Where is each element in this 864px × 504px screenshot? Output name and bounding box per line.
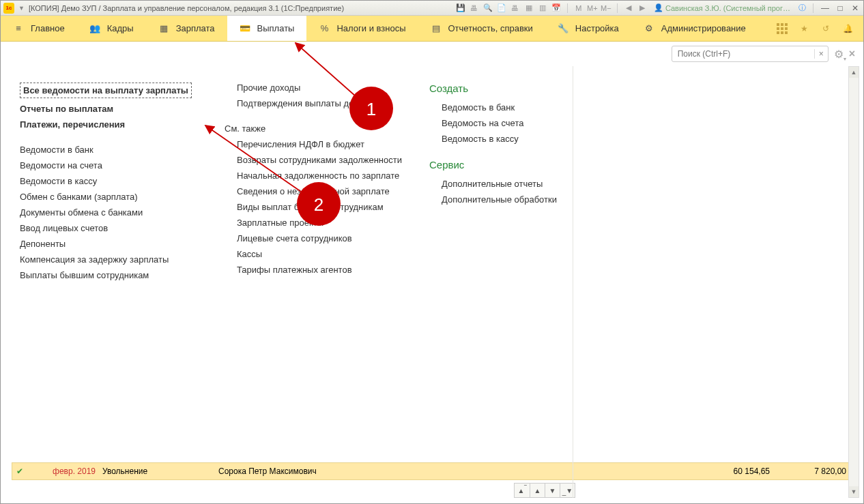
right-scrollbar[interactable]: ▲ ▼ <box>848 66 859 498</box>
col1-item[interactable]: Выплаты бывшим сотрудникам <box>20 267 197 283</box>
col2-item[interactable]: Сведения о незачисленной зарплате <box>225 183 402 199</box>
user-name: Савинская З.Ю. (Системный прог… <box>665 4 790 12</box>
create-item[interactable]: Ведомость в банк <box>429 100 579 115</box>
col2-item[interactable]: Лицевые счета сотрудников <box>225 231 402 246</box>
pager-up-button[interactable]: ▲ <box>530 484 545 497</box>
calendar-icon[interactable]: 📅 <box>551 3 561 13</box>
close-button[interactable]: ✕ <box>850 3 861 13</box>
nav-main-label: Главное <box>31 23 65 33</box>
search-input[interactable] <box>672 49 814 59</box>
copy-icon[interactable]: 📄 <box>497 3 506 13</box>
m-icon[interactable]: M <box>574 3 584 13</box>
col2-item[interactable]: Зарплатные проекты <box>225 215 402 231</box>
user-label[interactable]: 👤 Савинская З.Ю. (Системный прог… <box>654 3 790 12</box>
print2-icon[interactable]: 🖶 <box>510 3 520 13</box>
search-box[interactable]: × <box>672 46 829 62</box>
compare-icon[interactable]: ▦ <box>524 3 534 13</box>
col2-item[interactable]: Тарифы платежных агентов <box>225 262 402 278</box>
col1-item[interactable]: Ведомости на счета <box>20 158 197 173</box>
see-also-label: См. также <box>225 121 402 136</box>
bottom-date: февр. 2019 <box>27 466 102 476</box>
pager-first-button[interactable]: ▲‾ <box>515 484 530 497</box>
right-panel-separator <box>573 66 573 498</box>
col1-item[interactable]: Компенсация за задержку зарплаты <box>20 252 197 267</box>
back-icon[interactable]: ◀ <box>624 3 633 13</box>
col2-item[interactable]: Кассы <box>225 246 402 262</box>
col1-item[interactable]: Обмен с банками (зарплата) <box>20 189 197 205</box>
nav-nalogi[interactable]: % Налоги и взносы <box>306 16 418 41</box>
info-icon[interactable]: ⓘ <box>797 3 807 13</box>
window-title: [КОПИЯ] Демо ЗУП / Зарплата и управление… <box>29 4 344 12</box>
col2-top-item[interactable]: Подтверждения выплаты доходов <box>225 95 402 111</box>
scroll-up-button[interactable]: ▲ <box>849 67 859 78</box>
nav-otchet-label: Отчетность, справки <box>448 23 533 33</box>
nav-vyplaty[interactable]: 💳 Выплаты <box>227 16 307 41</box>
calc2-icon: ▦ <box>158 23 169 34</box>
nav-vyplaty-label: Выплаты <box>257 23 295 33</box>
payments-link[interactable]: Платежи, перечисления <box>20 117 197 132</box>
col1-item[interactable]: Ведомости в банк <box>20 142 197 158</box>
percent-icon: % <box>319 23 330 34</box>
row-pager: ▲‾ ▲ ▼ _▼ <box>514 483 575 498</box>
main-nav: ≡ Главное 👥 Кадры ▦ Зарплата 💳 Выплаты %… <box>1 16 863 42</box>
column-2: Прочие доходы Подтверждения выплаты дохо… <box>225 80 429 448</box>
col2-item[interactable]: Возвраты сотрудниками задолженности <box>225 152 402 168</box>
col2-item[interactable]: Перечисления НДФЛ в бюджет <box>225 136 402 152</box>
service-item[interactable]: Дополнительные обработки <box>429 192 579 207</box>
nav-main[interactable]: ≡ Главное <box>1 16 77 41</box>
calc-icon[interactable]: ▥ <box>538 3 547 13</box>
search-clear-button[interactable]: × <box>814 49 828 59</box>
fwd-icon[interactable]: ▶ <box>637 3 647 13</box>
col2-item[interactable]: Начальная задолженность по зарплате <box>225 168 402 183</box>
col1-item[interactable]: Депоненты <box>20 236 197 252</box>
star-icon[interactable]: ★ <box>798 23 810 35</box>
mplus-icon[interactable]: M+ <box>588 3 597 13</box>
content-area: Все ведомости на выплату зарплаты Отчеты… <box>1 66 863 448</box>
panel-close-button[interactable]: × <box>849 48 855 60</box>
payout-reports-link[interactable]: Отчеты по выплатам <box>20 101 197 117</box>
report-icon: ▤ <box>431 23 442 34</box>
nav-kadry-label: Кадры <box>107 23 134 33</box>
col1-item[interactable]: Ведомости в кассу <box>20 173 197 189</box>
col1-item[interactable]: Документы обмена с банками <box>20 205 197 220</box>
nav-otchet[interactable]: ▤ Отчетность, справки <box>418 16 545 41</box>
bell-icon[interactable]: 🔔 <box>841 23 854 35</box>
service-heading: Сервис <box>429 156 579 176</box>
wrench-icon: 🔧 <box>558 23 568 34</box>
title-dropdown-icon[interactable]: ▼ <box>18 5 25 12</box>
all-vedomosti-link[interactable]: Все ведомости на выплату зарплаты <box>20 80 197 101</box>
nav-nastroika[interactable]: 🔧 Настройка <box>545 16 631 41</box>
history-icon[interactable]: ↺ <box>820 23 832 35</box>
maximize-button[interactable]: □ <box>835 3 846 13</box>
nav-nastroika-label: Настройка <box>575 23 619 33</box>
apps-icon[interactable] <box>776 23 788 35</box>
nav-admin-label: Администрирование <box>661 23 746 33</box>
nav-zarplata-label: Зарплата <box>176 23 215 33</box>
nav-kadry[interactable]: 👥 Кадры <box>77 16 146 41</box>
mminus-icon[interactable]: M− <box>601 3 611 13</box>
nav-admin[interactable]: ⚙ Администрирование <box>631 16 758 41</box>
col2-top-item[interactable]: Прочие доходы <box>225 80 402 95</box>
pager-down-button[interactable]: ▼ <box>545 484 560 497</box>
minimize-button[interactable]: — <box>820 3 831 13</box>
title-bar: 1c ▼ [КОПИЯ] Демо ЗУП / Зарплата и управ… <box>1 1 863 16</box>
nav-zarplata[interactable]: ▦ Зарплата <box>146 16 227 41</box>
service-item[interactable]: Дополнительные отчеты <box>429 176 579 192</box>
preview-icon[interactable]: 🔍 <box>483 3 493 13</box>
create-heading: Создать <box>429 80 579 100</box>
bottom-amount-2: 7 820,00 <box>770 466 852 476</box>
menu-icon: ≡ <box>13 23 24 34</box>
bottom-type: Увольнение <box>102 466 218 476</box>
col1-item[interactable]: Ввод лицевых счетов <box>20 220 197 236</box>
create-item[interactable]: Ведомость на счета <box>429 115 579 131</box>
settings-icon[interactable]: ⚙▾ <box>834 48 844 61</box>
create-item[interactable]: Ведомость в кассу <box>429 131 579 147</box>
wallet-icon: 💳 <box>240 23 250 34</box>
save-icon[interactable]: 💾 <box>456 3 465 13</box>
doc-posted-icon: ✔ <box>12 466 27 476</box>
bottom-row[interactable]: ✔ февр. 2019 Увольнение Сорока Петр Макс… <box>12 462 852 480</box>
scroll-down-button[interactable]: ▼ <box>849 486 859 497</box>
col2-item[interactable]: Виды выплат бывшим сотрудникам <box>225 199 402 215</box>
bottom-name: Сорока Петр Максимович <box>218 466 667 476</box>
print-icon[interactable]: 🖶 <box>470 3 479 13</box>
